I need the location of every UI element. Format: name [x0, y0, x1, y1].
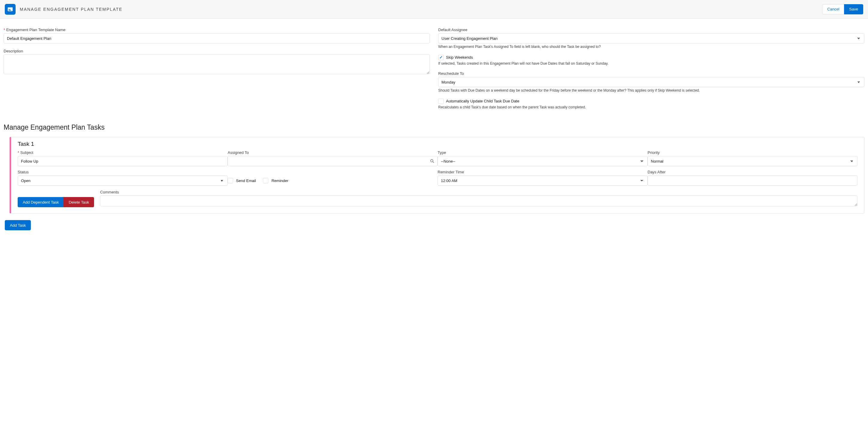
type-select[interactable]: --None-- — [438, 156, 648, 166]
auto-update-checkbox[interactable]: Automatically Update Child Task Due Date — [438, 98, 864, 104]
priority-select[interactable]: Normal — [648, 156, 858, 166]
assigned-to-label: Assigned To — [228, 150, 438, 155]
task-title: Task 1 — [11, 137, 864, 150]
subject-field: Subject — [18, 150, 228, 166]
cancel-button[interactable]: Cancel — [822, 4, 844, 14]
assignee-field: Default Assignee User Creating Engagemen… — [438, 28, 864, 50]
svg-rect-3 — [9, 10, 11, 10]
checkbox-cell: Send Email Reminder — [228, 170, 438, 186]
reschedule-help: Should Tasks with Due Dates on a weekend… — [438, 88, 864, 93]
status-label: Status — [18, 170, 228, 174]
page-header: MANAGE ENGAGEMENT PLAN TEMPLATE Cancel S… — [0, 0, 868, 19]
vertical-scrollbar[interactable] — [865, 19, 867, 242]
assigned-to-field: Assigned To — [228, 150, 438, 166]
reminder-time-select[interactable]: 12:00 AM — [438, 176, 648, 186]
days-after-field: Days After — [648, 170, 858, 186]
comments-field: Comments — [100, 190, 858, 207]
reschedule-label: Reschedule To — [438, 71, 864, 76]
name-input[interactable] — [4, 33, 430, 43]
checkbox-unchecked-icon — [228, 178, 233, 183]
status-field: Status Open — [18, 170, 228, 186]
send-email-checkbox[interactable]: Send Email — [228, 178, 256, 183]
header-left: MANAGE ENGAGEMENT PLAN TEMPLATE — [5, 4, 123, 15]
page-body: Engagement Plan Template Name Descriptio… — [0, 19, 868, 242]
send-email-label: Send Email — [236, 179, 256, 183]
description-label: Description — [4, 49, 430, 53]
subject-input[interactable] — [18, 156, 228, 166]
form-left-col: Engagement Plan Template Name Descriptio… — [4, 28, 430, 81]
subject-label: Subject — [18, 150, 228, 155]
header-actions: Cancel Save — [822, 4, 863, 14]
footer-actions: Add Task — [5, 220, 864, 230]
svg-point-4 — [431, 160, 433, 162]
svg-rect-1 — [8, 7, 13, 8]
task-row-3: Add Dependent Task Delete Task Comments — [18, 190, 858, 207]
save-button[interactable]: Save — [844, 4, 863, 14]
task-card: Task 1 Subject Assigned To Type — [9, 137, 864, 214]
auto-update-help: Recalculates a child Task's due date bas… — [438, 105, 864, 110]
add-dependent-task-button[interactable]: Add Dependent Task — [18, 197, 64, 207]
comments-label: Comments — [100, 190, 858, 194]
svg-rect-2 — [9, 9, 10, 10]
days-after-label: Days After — [648, 170, 858, 174]
reminder-checkbox[interactable]: Reminder — [263, 178, 288, 183]
name-label: Engagement Plan Template Name — [4, 28, 430, 32]
template-icon — [5, 4, 16, 15]
delete-task-button[interactable]: Delete Task — [63, 197, 94, 207]
assignee-select[interactable]: User Creating Engagement Plan — [438, 33, 864, 43]
type-field: Type --None-- — [438, 150, 648, 166]
description-input[interactable] — [4, 55, 430, 74]
reminder-label: Reminder — [271, 179, 288, 183]
task-row-2: Status Open Send Email Remin — [18, 170, 858, 186]
add-task-button[interactable]: Add Task — [5, 220, 31, 230]
page-title: MANAGE ENGAGEMENT PLAN TEMPLATE — [20, 7, 123, 12]
priority-label: Priority — [648, 150, 858, 155]
reschedule-field: Reschedule To Monday Should Tasks with D… — [438, 71, 864, 93]
type-label: Type — [438, 150, 648, 155]
priority-field: Priority Normal — [648, 150, 858, 166]
comments-input[interactable] — [100, 195, 858, 206]
checkbox-unchecked-icon — [438, 98, 443, 104]
assigned-to-input[interactable] — [228, 156, 438, 166]
tasks-section-title: Manage Engagement Plan Tasks — [4, 123, 864, 131]
auto-update-label: Automatically Update Child Task Due Date — [446, 99, 519, 103]
checkbox-unchecked-icon — [263, 178, 268, 183]
skip-weekends-checkbox[interactable]: Skip Weekends — [438, 55, 864, 60]
days-after-input[interactable] — [648, 176, 858, 186]
skip-weekends-field: Skip Weekends If selected, Tasks created… — [438, 55, 864, 66]
checkbox-checked-icon — [438, 55, 443, 60]
skip-weekends-label: Skip Weekends — [446, 55, 473, 60]
assignee-label: Default Assignee — [438, 28, 864, 32]
reschedule-select[interactable]: Monday — [438, 77, 864, 87]
assignee-help: When an Engagement Plan Task's Assigned … — [438, 44, 864, 50]
reminder-time-field: Reminder Time 12:00 AM — [438, 170, 648, 186]
task-body: Subject Assigned To Type --None-- — [11, 150, 864, 213]
form-right-col: Default Assignee User Creating Engagemen… — [438, 28, 864, 115]
auto-update-field: Automatically Update Child Task Due Date… — [438, 98, 864, 110]
search-icon — [430, 159, 435, 163]
template-form: Engagement Plan Template Name Descriptio… — [4, 28, 864, 115]
reminder-time-label: Reminder Time — [438, 170, 648, 174]
description-field: Description — [4, 49, 430, 75]
name-field: Engagement Plan Template Name — [4, 28, 430, 43]
status-select[interactable]: Open — [18, 176, 228, 186]
task-row-1: Subject Assigned To Type --None-- — [18, 150, 858, 166]
svg-line-5 — [433, 162, 434, 163]
task-actions: Add Dependent Task Delete Task — [18, 197, 94, 207]
skip-weekends-help: If selected, Tasks created in this Engag… — [438, 61, 864, 66]
